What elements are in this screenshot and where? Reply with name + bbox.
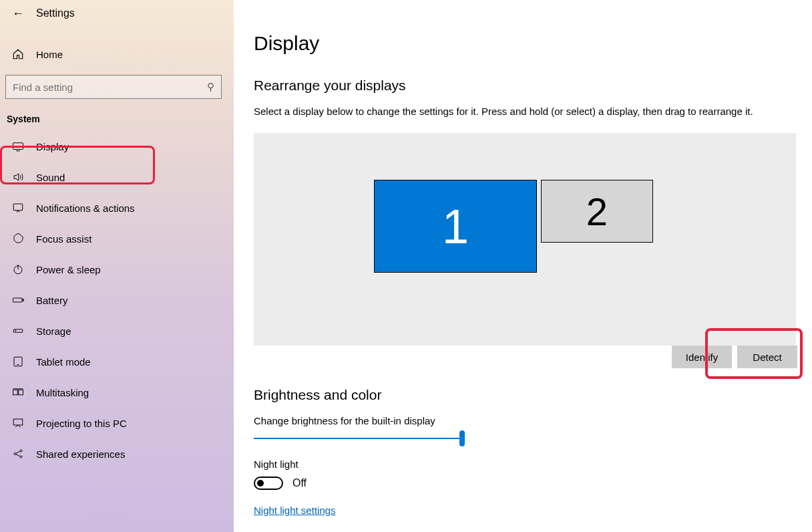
category-label: System (0, 104, 234, 131)
nav-label: Focus assist (36, 233, 91, 245)
brightness-label: Change brightness for the built-in displ… (254, 415, 792, 426)
search-icon: ⚲ (207, 81, 214, 93)
sidebar-item-shared-experiences[interactable]: Shared experiences (0, 438, 234, 469)
search-wrap: ⚲ (0, 70, 234, 104)
nav-label: Power & sleep (36, 264, 101, 275)
nav-label: Projecting to this PC (36, 418, 127, 429)
search-input[interactable] (13, 82, 186, 93)
night-light-row: Off (254, 477, 792, 490)
svg-point-16 (20, 450, 22, 452)
nav-label: Tablet mode (36, 356, 91, 368)
tablet-icon (12, 356, 24, 368)
multitasking-icon (12, 386, 24, 398)
night-light-label: Night light (254, 458, 792, 470)
brightness-slider-wrap (254, 432, 465, 448)
brightness-title: Brightness and color (254, 387, 792, 403)
sidebar-item-power-sleep[interactable]: Power & sleep (0, 254, 234, 285)
monitor-2[interactable]: 2 (541, 180, 653, 243)
display-icon (12, 140, 24, 152)
svg-point-8 (15, 330, 16, 331)
sidebar-item-focus-assist[interactable]: Focus assist (0, 223, 234, 254)
power-icon (12, 263, 24, 275)
svg-line-18 (16, 451, 20, 453)
nav-label: Display (36, 141, 69, 152)
sidebar-item-display[interactable]: Display (0, 131, 234, 162)
monitor-1[interactable]: 1 (374, 180, 537, 273)
svg-rect-0 (13, 143, 23, 150)
sidebar-item-sound[interactable]: Sound (0, 162, 234, 192)
nav-label: Storage (36, 325, 71, 337)
svg-point-17 (20, 456, 22, 458)
sidebar-item-battery[interactable]: Battery (0, 285, 234, 315)
home-icon (12, 48, 24, 60)
home-nav[interactable]: Home (0, 40, 234, 68)
storage-icon (12, 325, 24, 337)
svg-rect-11 (13, 390, 18, 395)
nav-label: Notifications & actions (36, 203, 135, 214)
search-field[interactable]: ⚲ (5, 75, 222, 99)
detect-button[interactable]: Detect (737, 346, 797, 368)
sound-icon (12, 171, 24, 183)
brightness-slider[interactable] (254, 432, 465, 445)
svg-point-15 (14, 453, 16, 455)
battery-icon (12, 294, 24, 306)
shared-icon (12, 448, 24, 460)
sidebar: ← Settings Home ⚲ System Display Sound N… (0, 0, 234, 532)
rearrange-title: Rearrange your displays (254, 78, 792, 94)
sidebar-item-tablet-mode[interactable]: Tablet mode (0, 346, 234, 377)
back-arrow-icon[interactable]: ← (12, 7, 24, 19)
focus-assist-icon (12, 233, 24, 245)
sidebar-item-multitasking[interactable]: Multitasking (0, 377, 234, 408)
sidebar-item-notifications[interactable]: Notifications & actions (0, 192, 234, 223)
nav-label: Multitasking (36, 387, 89, 398)
sidebar-item-projecting[interactable]: Projecting to this PC (0, 408, 234, 438)
night-light-settings-link[interactable]: Night light settings (254, 505, 336, 516)
rearrange-desc: Select a display below to change the set… (254, 106, 792, 117)
svg-rect-14 (13, 419, 23, 425)
night-light-toggle[interactable] (254, 477, 283, 490)
night-light-state: Off (292, 477, 307, 489)
titlebar: ← Settings (0, 3, 234, 24)
notifications-icon (12, 202, 24, 214)
identify-button[interactable]: Identify (672, 346, 732, 368)
nav-label: Sound (36, 172, 65, 183)
sidebar-item-storage[interactable]: Storage (0, 315, 234, 346)
display-action-buttons: Identify Detect (672, 346, 797, 368)
home-label: Home (36, 49, 63, 60)
page-title: Display (254, 32, 792, 55)
projecting-icon (12, 417, 24, 429)
svg-rect-5 (13, 298, 23, 302)
nav-label: Battery (36, 295, 68, 306)
svg-rect-2 (13, 204, 23, 211)
nav-label: Shared experiences (36, 448, 125, 460)
monitor-1-label: 1 (442, 199, 469, 254)
app-title: Settings (36, 7, 75, 19)
svg-line-19 (16, 454, 20, 456)
monitor-2-label: 2 (586, 189, 608, 234)
svg-rect-6 (23, 299, 24, 301)
main-content: Display Rearrange your displays Select a… (234, 0, 812, 532)
display-arrangement-area[interactable]: 1 2 Identify Detect (254, 133, 796, 346)
svg-rect-12 (19, 390, 23, 395)
